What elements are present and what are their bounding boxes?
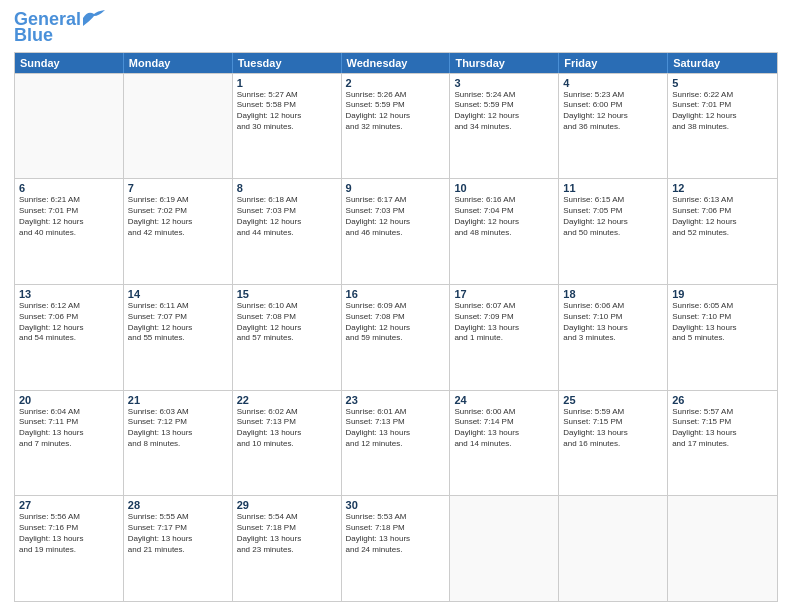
cell-info-line: Sunrise: 6:01 AM [346,407,446,418]
cell-info-line: Sunset: 7:12 PM [128,417,228,428]
cell-info-line: Sunset: 7:15 PM [563,417,663,428]
cell-info-line: and 23 minutes. [237,545,337,556]
calendar-cell: 1Sunrise: 5:27 AMSunset: 5:58 PMDaylight… [233,74,342,179]
day-header-monday: Monday [124,53,233,73]
day-number: 11 [563,182,663,194]
cell-info-line: Sunrise: 6:18 AM [237,195,337,206]
calendar-cell: 29Sunrise: 5:54 AMSunset: 7:18 PMDayligh… [233,496,342,601]
cell-info-line: and 57 minutes. [237,333,337,344]
day-number: 29 [237,499,337,511]
cell-info-line: Sunset: 7:10 PM [563,312,663,323]
logo-bird-icon [83,10,105,26]
logo-blue: Blue [14,26,53,46]
day-header-saturday: Saturday [668,53,777,73]
calendar-cell: 27Sunrise: 5:56 AMSunset: 7:16 PMDayligh… [15,496,124,601]
calendar-cell: 20Sunrise: 6:04 AMSunset: 7:11 PMDayligh… [15,391,124,496]
calendar-cell: 11Sunrise: 6:15 AMSunset: 7:05 PMDayligh… [559,179,668,284]
calendar-cell: 21Sunrise: 6:03 AMSunset: 7:12 PMDayligh… [124,391,233,496]
cell-info-line: Sunrise: 6:21 AM [19,195,119,206]
cell-info-line: Daylight: 12 hours [237,111,337,122]
cell-info-line: Sunset: 7:11 PM [19,417,119,428]
cell-info-line: and 19 minutes. [19,545,119,556]
cell-info-line: Sunset: 7:16 PM [19,523,119,534]
cell-info-line: Daylight: 12 hours [346,323,446,334]
calendar-cell [124,74,233,179]
day-number: 10 [454,182,554,194]
day-number: 26 [672,394,773,406]
cell-info-line: and 5 minutes. [672,333,773,344]
calendar-header-row: SundayMondayTuesdayWednesdayThursdayFrid… [15,53,777,73]
day-number: 9 [346,182,446,194]
calendar-cell: 14Sunrise: 6:11 AMSunset: 7:07 PMDayligh… [124,285,233,390]
cell-info-line: Sunrise: 6:09 AM [346,301,446,312]
cell-info-line: Sunrise: 5:55 AM [128,512,228,523]
cell-info-line: Sunrise: 6:07 AM [454,301,554,312]
calendar-cell: 9Sunrise: 6:17 AMSunset: 7:03 PMDaylight… [342,179,451,284]
cell-info-line: Sunrise: 5:59 AM [563,407,663,418]
cell-info-line: Sunset: 7:02 PM [128,206,228,217]
calendar-cell: 12Sunrise: 6:13 AMSunset: 7:06 PMDayligh… [668,179,777,284]
calendar-cell: 25Sunrise: 5:59 AMSunset: 7:15 PMDayligh… [559,391,668,496]
cell-info-line: Sunrise: 6:00 AM [454,407,554,418]
cell-info-line: Sunset: 7:18 PM [346,523,446,534]
cell-info-line: and 54 minutes. [19,333,119,344]
cell-info-line: and 40 minutes. [19,228,119,239]
cell-info-line: Sunset: 7:17 PM [128,523,228,534]
cell-info-line: Daylight: 12 hours [563,111,663,122]
logo: General Blue [14,10,105,46]
cell-info-line: Sunset: 7:05 PM [563,206,663,217]
calendar-cell: 13Sunrise: 6:12 AMSunset: 7:06 PMDayligh… [15,285,124,390]
calendar: SundayMondayTuesdayWednesdayThursdayFrid… [14,52,778,602]
cell-info-line: Sunrise: 5:26 AM [346,90,446,101]
cell-info-line: Sunrise: 5:54 AM [237,512,337,523]
cell-info-line: Sunrise: 6:22 AM [672,90,773,101]
cell-info-line: Sunrise: 6:12 AM [19,301,119,312]
cell-info-line: Sunrise: 6:04 AM [19,407,119,418]
calendar-week-2: 6Sunrise: 6:21 AMSunset: 7:01 PMDaylight… [15,178,777,284]
cell-info-line: and 12 minutes. [346,439,446,450]
cell-info-line: Daylight: 12 hours [346,111,446,122]
cell-info-line: Daylight: 12 hours [128,323,228,334]
calendar-cell: 17Sunrise: 6:07 AMSunset: 7:09 PMDayligh… [450,285,559,390]
cell-info-line: and 55 minutes. [128,333,228,344]
calendar-cell: 15Sunrise: 6:10 AMSunset: 7:08 PMDayligh… [233,285,342,390]
cell-info-line: and 7 minutes. [19,439,119,450]
cell-info-line: and 21 minutes. [128,545,228,556]
calendar-cell: 7Sunrise: 6:19 AMSunset: 7:02 PMDaylight… [124,179,233,284]
calendar-cell: 5Sunrise: 6:22 AMSunset: 7:01 PMDaylight… [668,74,777,179]
cell-info-line: Sunrise: 6:15 AM [563,195,663,206]
calendar-cell: 22Sunrise: 6:02 AMSunset: 7:13 PMDayligh… [233,391,342,496]
cell-info-line: and 44 minutes. [237,228,337,239]
cell-info-line: and 50 minutes. [563,228,663,239]
cell-info-line: Sunset: 7:01 PM [19,206,119,217]
cell-info-line: Daylight: 13 hours [346,428,446,439]
cell-info-line: Sunset: 7:18 PM [237,523,337,534]
cell-info-line: Daylight: 13 hours [128,534,228,545]
cell-info-line: Daylight: 13 hours [563,428,663,439]
cell-info-line: Daylight: 13 hours [346,534,446,545]
day-number: 3 [454,77,554,89]
calendar-cell: 8Sunrise: 6:18 AMSunset: 7:03 PMDaylight… [233,179,342,284]
cell-info-line: Sunset: 7:08 PM [237,312,337,323]
day-number: 7 [128,182,228,194]
cell-info-line: Sunset: 5:59 PM [346,100,446,111]
day-number: 12 [672,182,773,194]
cell-info-line: Daylight: 13 hours [454,323,554,334]
day-number: 6 [19,182,119,194]
day-header-wednesday: Wednesday [342,53,451,73]
cell-info-line: Sunrise: 6:11 AM [128,301,228,312]
cell-info-line: Sunset: 7:06 PM [19,312,119,323]
cell-info-line: Sunrise: 6:02 AM [237,407,337,418]
cell-info-line: and 59 minutes. [346,333,446,344]
day-number: 21 [128,394,228,406]
cell-info-line: and 14 minutes. [454,439,554,450]
calendar-cell [559,496,668,601]
calendar-cell: 18Sunrise: 6:06 AMSunset: 7:10 PMDayligh… [559,285,668,390]
calendar-cell: 19Sunrise: 6:05 AMSunset: 7:10 PMDayligh… [668,285,777,390]
cell-info-line: Daylight: 12 hours [454,111,554,122]
cell-info-line: Sunset: 7:01 PM [672,100,773,111]
cell-info-line: Daylight: 13 hours [237,534,337,545]
cell-info-line: and 46 minutes. [346,228,446,239]
cell-info-line: Sunrise: 5:56 AM [19,512,119,523]
calendar-cell [15,74,124,179]
